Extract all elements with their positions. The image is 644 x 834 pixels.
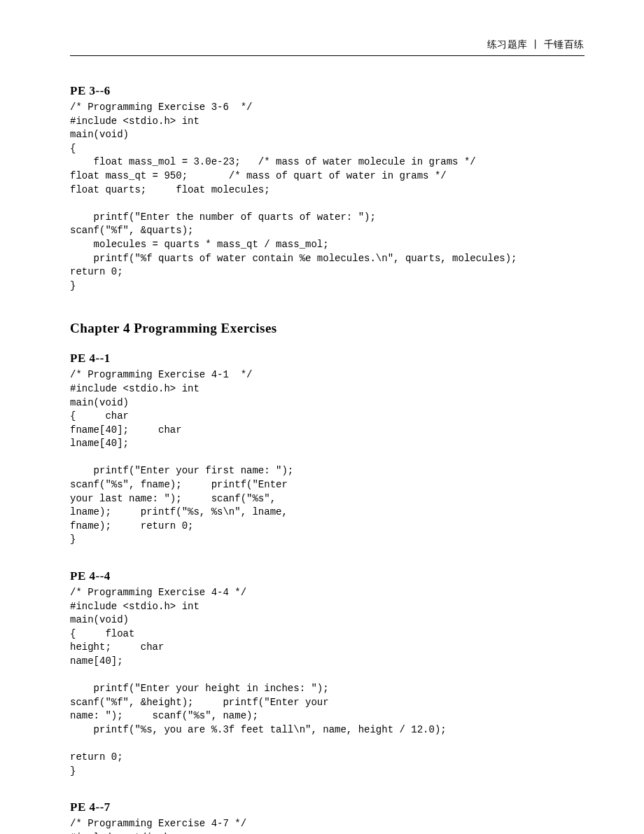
page-header: 练习题库 丨 千锤百练 — [70, 39, 584, 56]
chapter-title-4: Chapter 4 Programming Exercises — [70, 321, 584, 336]
header-text: 练习题库 丨 千锤百练 — [487, 39, 584, 50]
section-title-pe41: PE 4-‐1 — [70, 352, 584, 366]
document-page: 练习题库 丨 千锤百练 PE 3-‐6 /* Programming Exerc… — [0, 0, 644, 834]
code-block-pe36: /* Programming Exercise 3-6 */ #include … — [70, 101, 584, 293]
code-block-pe41: /* Programming Exercise 4-1 */ #include … — [70, 368, 584, 547]
section-title-pe47: PE 4-‐7 — [70, 800, 584, 814]
section-title-pe44: PE 4-‐4 — [70, 569, 584, 583]
code-block-pe47: /* Programming Exercise 4-7 */ #include … — [70, 817, 584, 834]
section-title-pe36: PE 3-‐6 — [70, 84, 584, 98]
code-block-pe44: /* Programming Exercise 4-4 */ #include … — [70, 586, 584, 778]
